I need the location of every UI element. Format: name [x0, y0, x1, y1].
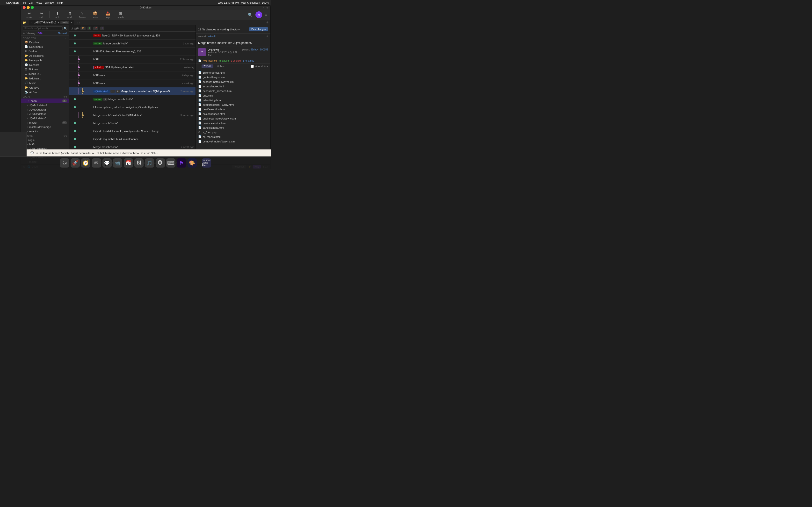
sidebar-remote-origin[interactable]: ⊙ origin — [21, 137, 69, 142]
download-icon[interactable]: ⬇ — [266, 35, 268, 38]
dock-launchpad[interactable]: 🚀 — [70, 158, 80, 168]
file-item[interactable]: 📄cemove/_notes/dwsync.xml — [196, 139, 270, 144]
sidebar-item-creative[interactable]: 📂 Creative — [21, 85, 69, 90]
tab-close-icon[interactable]: ✕ — [31, 21, 33, 24]
sidebar-item-documents[interactable]: 📄 Documents — [21, 44, 69, 49]
sidebar-item-desktop[interactable]: 🖥 Desktop — [21, 49, 69, 53]
sidebar-branch-refactor[interactable]: ⑂ refactor — [21, 129, 69, 133]
sidebar-remote-hotfix[interactable]: ⑂ hotfix — [21, 142, 69, 147]
file-item[interactable]: 📄bestfareoption - Copy.html — [196, 102, 270, 107]
sidebar-branch-jqmupdates3[interactable]: ⑂ JQMUpdates3 — [21, 107, 69, 112]
search-button[interactable]: 🔍 — [247, 12, 254, 18]
viewing-count[interactable]: 16/16 — [37, 32, 43, 35]
pull-button[interactable]: ⬇ Pull — [51, 10, 63, 19]
file-item[interactable]: 📄ada.html — [196, 93, 270, 98]
redo-button[interactable]: ↪ Redo — [36, 10, 47, 19]
dock-itunes[interactable]: 🎵 — [145, 158, 154, 168]
commit-row[interactable]: LANow updated, added to navigation, City… — [69, 103, 196, 111]
sidebar-item-applications[interactable]: 📂 Applications — [21, 53, 69, 58]
sidebar-item-ladotran[interactable]: 📂 ladotran... — [21, 76, 69, 80]
dock-gitkraken[interactable]: ⚑ — [177, 158, 186, 168]
dock-safari[interactable]: 🧭 — [81, 158, 90, 168]
minimize-button[interactable] — [27, 6, 30, 9]
dock-creative-cloud-files[interactable]: Creative Cloud Files — [202, 158, 211, 168]
expand-icon[interactable]: ⤢ — [262, 6, 264, 9]
dock-messages[interactable]: 💬 — [102, 158, 112, 168]
file-menu[interactable]: File — [21, 1, 26, 4]
file-item[interactable]: 📄business/index.html — [196, 121, 270, 125]
nav-back[interactable]: ‹ — [76, 20, 78, 25]
stash-button[interactable]: 📦 Stash — [89, 10, 101, 19]
commit-row[interactable]: NSP worka week ago — [69, 79, 196, 88]
help-menu[interactable]: Help — [57, 1, 63, 4]
commit-row[interactable]: master🖥Merge branch 'hotfix' — [69, 95, 196, 103]
dock-photos[interactable]: 🖼 — [134, 158, 144, 168]
dock-terminal[interactable]: ⌨ — [166, 158, 175, 168]
commit-row[interactable]: NSP work6 days ago — [69, 71, 196, 79]
file-item[interactable]: 📄_notes/dwsync.xml — [196, 75, 270, 79]
new-tab-button[interactable]: + — [266, 20, 268, 24]
sidebar-branch-jqmupdates5[interactable]: ⑂ JQMUpdates5 — [21, 116, 69, 120]
resize-icon[interactable]: ⊕ — [266, 6, 268, 9]
avatar-button[interactable]: M — [255, 11, 262, 18]
commit-row[interactable]: Merge branch 'master' into JQMUpdates53 … — [69, 111, 196, 119]
commit-row[interactable]: Cityride build deliverable, Wordpress fo… — [69, 127, 196, 135]
file-item[interactable]: 📄1gitmergetest.html — [196, 70, 270, 75]
sidebar-item-icloud[interactable]: ☁ iCloud D... — [21, 71, 69, 76]
sidebar-item-recents[interactable]: 🕒 Recents — [21, 62, 69, 67]
sidebar-branch-hotfix[interactable]: ✓ ⑂ hotfix 2↓ — [21, 99, 69, 103]
apple-menu[interactable]:  — [2, 1, 3, 5]
menu-button[interactable]: ≡ — [264, 12, 268, 18]
sidebar-item-neuropath[interactable]: 📂 Neuropath... — [21, 58, 69, 62]
file-item[interactable]: ⚙cc_form.php — [196, 130, 270, 134]
file-item[interactable]: 📄cc_thanks.html — [196, 134, 270, 139]
path-view-button[interactable]: ☰ Path — [202, 64, 213, 68]
commit-row[interactable]: ✓ hotfixNSP Updates, rider alertyesterda… — [69, 63, 196, 71]
close-button[interactable] — [23, 6, 26, 9]
remote-section[interactable]: REMOTE 6/6 — [21, 133, 69, 137]
sidebar-branch-master[interactable]: ⑂ master 6↓ — [21, 120, 69, 125]
commit-row[interactable]: JQMUpdates5CI🖥Merge branch 'master' into… — [69, 88, 196, 95]
tree-view-button[interactable]: ⊞ Tree — [215, 64, 227, 68]
undo-button[interactable]: ↩ Undo — [23, 10, 35, 19]
sidebar-item-airdrop[interactable]: 📡 AirDrop — [21, 90, 69, 95]
sidebar-branch-master-dev[interactable]: ⑂ master-dev-merge — [21, 125, 69, 129]
dock-calendar[interactable]: 📅 — [124, 158, 133, 168]
commit-row[interactable]: Merge branch 'hotfix' — [69, 119, 196, 127]
view-all-checkbox[interactable] — [251, 65, 254, 68]
dock-facetime[interactable]: 📹 — [113, 158, 122, 168]
dock-creative-cloud[interactable]: 🎨 — [188, 158, 197, 168]
commit-row[interactable]: NSP12 hours ago — [69, 56, 196, 63]
window-menu[interactable]: Window — [45, 1, 54, 4]
dock-finder[interactable]: 🗂 — [60, 158, 69, 168]
file-item[interactable]: 📄business/_notes/dwsync.xml — [196, 116, 270, 121]
filter-input[interactable] — [23, 26, 63, 31]
tab-dropdown-icon[interactable]: ▼ — [57, 21, 60, 24]
view-changes-button[interactable]: View changes — [249, 27, 268, 32]
file-item[interactable]: 📄access/_notes/dwsync.xml — [196, 79, 270, 84]
repo-tab[interactable]: ✕ LADOTMobile2013 ▼ hotfix ▼ — [29, 20, 74, 25]
dock-mail[interactable]: ✉ — [92, 158, 101, 168]
tab-branch-dropdown[interactable]: ▼ — [70, 21, 72, 24]
sidebar-item-dropbox[interactable]: 📦 Dropbox — [21, 40, 69, 44]
file-item[interactable]: 📄cancellations.html — [196, 125, 270, 130]
commit-hash[interactable]: e4ae6d — [208, 35, 216, 38]
edit-menu[interactable]: Edit — [29, 1, 33, 4]
commit-row[interactable]: Cityride reg mobile build, maintenance — [69, 135, 196, 143]
view-menu[interactable]: View — [36, 1, 42, 4]
show-all-button[interactable]: Show All — [58, 32, 67, 35]
boards-button[interactable]: ⊞ Boards — [114, 10, 126, 19]
local-section[interactable]: LOCAL 8/8 — [21, 95, 69, 99]
commit-row[interactable]: masterMerge branch 'hotfix'1 hour ago — [69, 40, 196, 48]
push-button[interactable]: ⬆ Push — [64, 10, 75, 19]
fullscreen-button[interactable] — [31, 6, 34, 9]
sidebar-item-music[interactable]: 🎵 Music — [21, 80, 69, 85]
file-item[interactable]: 📄accessible_services.html — [196, 89, 270, 93]
commit-row[interactable]: hotfixTake 2 - NSP 439, fixes to LF (unn… — [69, 32, 196, 40]
favorites-section[interactable]: Favorites ▼ — [21, 36, 69, 40]
file-item[interactable]: 📄bikesonbuses.html — [196, 112, 270, 116]
nav-forward[interactable]: › — [79, 20, 81, 25]
pop-button[interactable]: 📤 Pop — [102, 10, 114, 19]
sidebar-branch-jqm2[interactable]: ⑂ JQM-Updates2 — [21, 103, 69, 107]
branch-button[interactable]: ⑂ Branch — [77, 10, 89, 19]
